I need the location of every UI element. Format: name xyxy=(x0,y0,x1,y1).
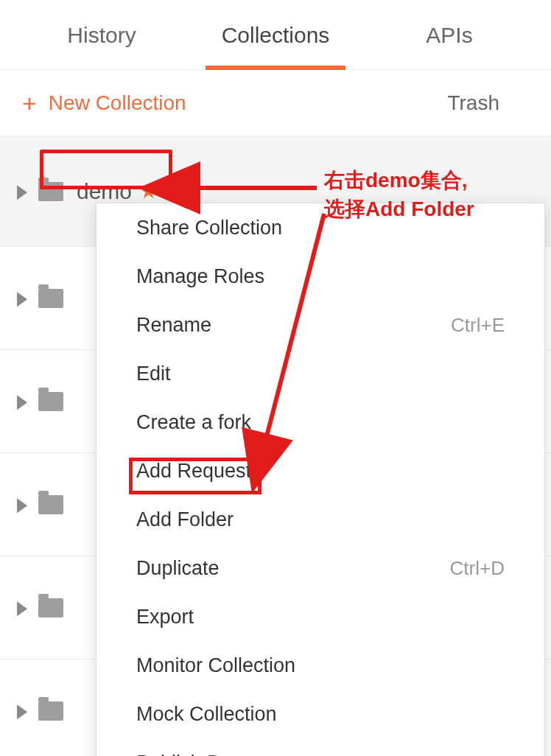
ctx-publish-docs[interactable]: Publish Docs xyxy=(96,738,544,756)
caret-right-icon[interactable]: ▶ xyxy=(17,390,27,413)
ctx-add-request[interactable]: Add Request xyxy=(96,447,544,495)
ctx-add-folder[interactable]: Add Folder xyxy=(96,495,544,544)
tab-apis[interactable]: APIs xyxy=(362,0,536,70)
star-icon[interactable]: ★ xyxy=(139,179,158,203)
folder-icon xyxy=(38,392,63,411)
tab-history[interactable]: History xyxy=(15,0,189,70)
ctx-duplicate[interactable]: DuplicateCtrl+D xyxy=(96,544,544,592)
collections-toolbar: + New Collection Trash xyxy=(0,70,551,136)
ctx-edit[interactable]: Edit xyxy=(96,349,544,398)
new-collection-label: New Collection xyxy=(49,91,186,115)
new-collection-button[interactable]: + New Collection xyxy=(22,91,447,116)
folder-icon xyxy=(38,182,63,201)
folder-icon xyxy=(38,289,63,308)
plus-icon: + xyxy=(22,91,37,116)
folder-icon xyxy=(38,701,63,721)
caret-right-icon[interactable]: ▶ xyxy=(17,699,27,722)
ctx-export[interactable]: Export xyxy=(96,592,544,641)
caret-right-icon[interactable]: ▶ xyxy=(17,493,27,516)
folder-icon xyxy=(38,495,63,514)
ctx-create-fork[interactable]: Create a fork xyxy=(96,398,544,447)
ctx-monitor-collection[interactable]: Monitor Collection xyxy=(96,641,544,690)
tab-collections[interactable]: Collections xyxy=(189,0,362,70)
caret-right-icon[interactable]: ▶ xyxy=(17,596,27,619)
trash-link[interactable]: Trash xyxy=(447,91,529,115)
context-menu: Share Collection Manage Roles RenameCtrl… xyxy=(96,203,545,756)
folder-icon xyxy=(38,598,63,617)
ctx-manage-roles[interactable]: Manage Roles xyxy=(96,252,544,301)
caret-right-icon[interactable]: ▶ xyxy=(17,180,27,203)
ctx-share-collection[interactable]: Share Collection xyxy=(96,203,544,252)
sidebar-tabs: History Collections APIs xyxy=(0,0,551,70)
ctx-mock-collection[interactable]: Mock Collection xyxy=(96,690,544,738)
annotation-text: 右击demo集合, 选择Add Folder xyxy=(324,166,474,223)
collection-name: demo xyxy=(77,179,132,204)
caret-right-icon[interactable]: ▶ xyxy=(17,287,27,309)
ctx-rename[interactable]: RenameCtrl+E xyxy=(96,301,544,349)
